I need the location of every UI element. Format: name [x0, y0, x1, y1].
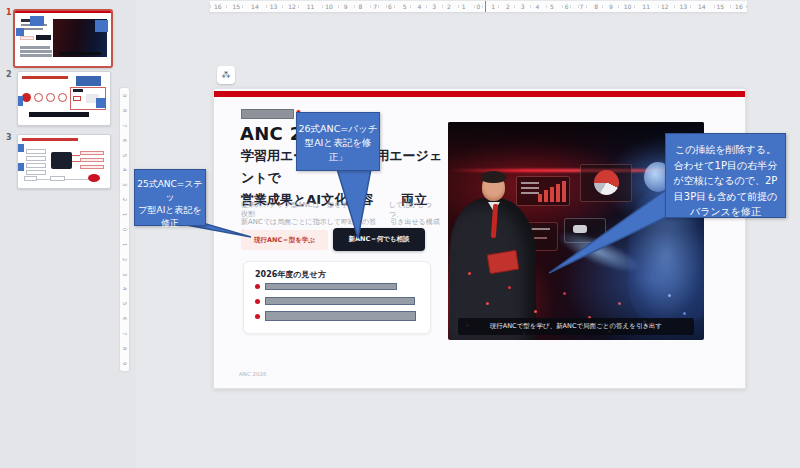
body-line-2: 新ANCでは局面ごとに指示して即戦力の答 引き出せる構成	[241, 218, 441, 227]
ruler-number: 7	[579, 1, 585, 12]
mini-line	[72, 155, 80, 156]
bar-chart-graphic	[516, 176, 570, 206]
text-gap	[376, 218, 390, 227]
mini-pill-dark	[36, 35, 51, 40]
ruler-number: 4	[534, 1, 540, 12]
ruler-number: 5	[549, 1, 555, 12]
body-l2-right: 引き出せる構成	[390, 218, 440, 227]
redacted-bullet-bar	[265, 283, 397, 290]
ruler-number: 3	[122, 272, 127, 275]
mini-comment	[95, 20, 108, 32]
ruler-number: 8	[358, 1, 364, 12]
ruler-cursor-marker	[485, 1, 486, 12]
ruler-number: 5	[402, 1, 408, 12]
slide-1-number: 1	[6, 8, 12, 17]
bullet-dot	[255, 299, 260, 304]
ruler-number: 3	[431, 1, 437, 12]
ruler-number: 11	[641, 1, 651, 12]
mini-bullet-bar	[20, 50, 52, 53]
mini-circle	[46, 93, 55, 102]
mini-box	[50, 176, 65, 181]
mini-blue-box	[76, 76, 101, 86]
mini-title-line	[22, 138, 78, 141]
ruler-number: 2	[505, 1, 511, 12]
bullet-row	[255, 283, 397, 290]
pill-new-anc[interactable]: 新ANC＝何でも相談	[333, 228, 425, 251]
ruler-number: 15	[716, 1, 726, 12]
ruler-number: 0	[122, 228, 127, 231]
mini-box	[26, 156, 46, 161]
mini-dark-chip	[73, 89, 83, 92]
ruler-number: 1	[122, 243, 127, 246]
mini-line	[72, 161, 80, 162]
ruler-number: 12	[660, 1, 670, 12]
slide-thumbnail-3[interactable]	[17, 134, 111, 189]
mini-pink-row	[80, 165, 104, 169]
ruler-number: 9	[608, 1, 614, 12]
mini-pill-pink	[20, 36, 34, 40]
ruler-number: 5	[122, 153, 127, 156]
mini-bullet-bar	[20, 54, 52, 57]
mini-circle	[58, 93, 67, 102]
ruler-number: 12	[287, 1, 297, 12]
ruler-number: 6	[387, 1, 393, 12]
ruler-number: 4	[417, 1, 423, 12]
slide-thumbnail-1[interactable]	[13, 9, 113, 68]
redacted-bullet-bar	[265, 311, 416, 321]
mini-pink-row	[80, 158, 104, 162]
horizontal-ruler[interactable]: 1615141312111098765432101234567891011121…	[210, 1, 747, 12]
ruler-number: 6	[122, 139, 127, 142]
comment-callout-3[interactable]: この挿絵を削除する。 合わせて1P目の右半分 が空核になるので、2P 目3P目も…	[665, 133, 786, 218]
mini-circle	[34, 93, 43, 102]
mini-box	[24, 176, 37, 181]
mini-comment	[16, 28, 24, 36]
chart-text-lines	[521, 182, 539, 196]
image-caption: 現行ANCで型を学び、新ANCで局面ごとの答えを引き出す	[458, 318, 694, 335]
ruler-number: 13	[678, 1, 688, 12]
businessman-hair	[481, 171, 506, 183]
ruler-number: 10	[324, 1, 334, 12]
ruler-number: 9	[122, 94, 127, 97]
app-window: 1 2	[0, 0, 800, 468]
headline-l1-right: 用エージェ	[376, 145, 442, 167]
pie-chart-graphic	[580, 164, 632, 202]
bullet-row	[255, 311, 416, 321]
ruler-number: 8	[122, 109, 127, 112]
mini-caption	[59, 52, 101, 55]
ruler-number: 14	[697, 1, 707, 12]
outlook-card[interactable]: 2026年度の見せ方	[243, 261, 431, 334]
addin-icon: ⁂	[222, 70, 231, 80]
bullet-dot	[255, 284, 260, 289]
mini-title-line	[22, 76, 68, 79]
card-title: 2026年度の見せ方	[255, 269, 326, 280]
ruler-number: 1	[461, 1, 467, 12]
slide-thumbnail-2[interactable]	[17, 71, 111, 126]
comment-callout-1[interactable]: 25式ANC=ステッ プ型AIと表記を 修正	[134, 169, 206, 226]
mini-pink-row	[80, 151, 104, 155]
ruler-number: 3	[122, 183, 127, 186]
ruler-number: 9	[343, 1, 349, 12]
bullet-row	[255, 297, 415, 305]
mini-red-bar	[15, 11, 111, 13]
redacted-eyebrow-bar[interactable]	[241, 109, 294, 119]
vertical-ruler[interactable]: 9876543210123456789	[120, 88, 129, 371]
text-gap	[365, 201, 389, 218]
addin-icon-button[interactable]: ⁂	[217, 66, 235, 84]
mini-box	[26, 170, 46, 175]
mini-box	[26, 149, 46, 154]
slide-footer: ANC 2026	[239, 371, 266, 377]
pill-current-anc[interactable]: 現行ANC＝型を学ぶ	[241, 230, 328, 250]
ruler-number: 3	[520, 1, 526, 12]
ruler-number: 16	[213, 1, 223, 12]
ruler-number: 0	[475, 1, 481, 12]
ruler-number: 13	[269, 1, 279, 12]
pill-current-anc-label: 現行ANC＝型を学ぶ	[254, 236, 315, 245]
ruler-number: 7	[122, 332, 127, 335]
comment-callout-2[interactable]: 26式ANC=バッチ 型AIと表記を修 正」	[296, 112, 380, 171]
ruler-number: 14	[250, 1, 260, 12]
network-dots	[468, 272, 471, 275]
body-l1-left: 従来のステップ型ANCは「型を学ぶ」役割	[241, 201, 365, 218]
mini-box	[26, 163, 46, 168]
mini-dark-bar	[29, 112, 89, 117]
bullet-dot	[255, 314, 260, 319]
